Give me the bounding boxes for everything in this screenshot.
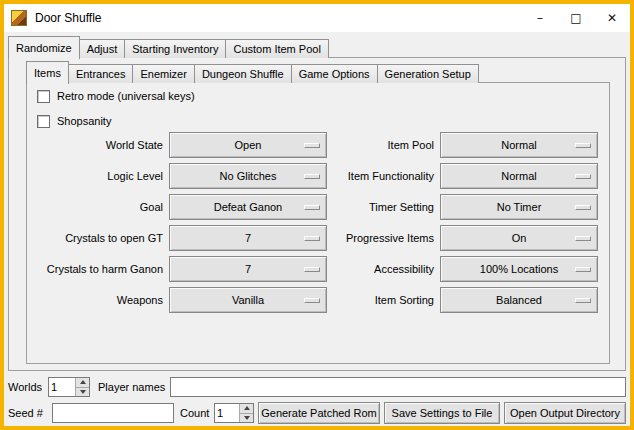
maximize-icon[interactable]: □ [558, 4, 594, 32]
generate-patched-rom-button[interactable]: Generate Patched Rom [258, 402, 380, 424]
titlebar[interactable]: Door Shuffle – □ ✕ [4, 4, 630, 32]
spin-up-icon[interactable] [76, 378, 89, 387]
tab-randomize[interactable]: Randomize [8, 36, 80, 59]
open-output-directory-button[interactable]: Open Output Directory [504, 402, 626, 424]
count-spinner[interactable] [214, 403, 254, 423]
window-title: Door Shuffle [35, 11, 102, 25]
dropdown-indicator-icon [575, 267, 591, 272]
window: Door Shuffle – □ ✕ Randomize Adjust Star… [0, 0, 634, 430]
player-names-label: Player names [98, 376, 165, 398]
weapons-value: Vanilla [232, 294, 264, 306]
dropdown-indicator-icon [575, 174, 591, 179]
item-pool-label: Item Pool [277, 132, 434, 158]
randomize-panel: Items Entrances Enemizer Dungeon Shuffle… [8, 57, 626, 371]
tab-enemizer[interactable]: Enemizer [132, 64, 194, 83]
item-functionality-value: Normal [501, 170, 536, 182]
main-tab-row: Randomize Adjust Starting Inventory Cust… [8, 35, 328, 58]
dropdown-indicator-icon [575, 205, 591, 210]
crystals-gt-value: 7 [245, 232, 251, 244]
progressive-items-value: On [512, 232, 527, 244]
worlds-input[interactable] [49, 378, 75, 396]
count-spin-buttons [239, 404, 253, 422]
timer-setting-value: No Timer [497, 201, 542, 213]
tab-entrances[interactable]: Entrances [68, 64, 134, 83]
close-icon[interactable]: ✕ [594, 4, 630, 32]
logic-level-label: Logic Level [29, 163, 163, 189]
tab-starting-inventory[interactable]: Starting Inventory [124, 39, 226, 58]
spin-up-icon[interactable] [240, 404, 253, 413]
worlds-spinner[interactable] [48, 377, 90, 397]
item-sorting-dropdown[interactable]: Balanced [440, 287, 598, 313]
sub-tab-row: Items Entrances Enemizer Dungeon Shuffle… [26, 60, 478, 83]
timer-setting-label: Timer Setting [277, 194, 434, 220]
item-functionality-label: Item Functionality [277, 163, 434, 189]
worlds-spin-buttons [75, 378, 89, 396]
weapons-label: Weapons [29, 287, 163, 313]
goal-label: Goal [29, 194, 163, 220]
item-functionality-dropdown[interactable]: Normal [440, 163, 598, 189]
tab-adjust[interactable]: Adjust [79, 39, 126, 58]
spin-down-icon[interactable] [240, 413, 253, 423]
items-panel: Retro mode (universal keys) Shopsanity W… [26, 82, 610, 364]
dropdown-indicator-icon [575, 298, 591, 303]
crystals-gt-label: Crystals to open GT [29, 225, 163, 251]
worlds-label: Worlds [8, 376, 42, 398]
tab-items[interactable]: Items [26, 61, 69, 84]
timer-setting-dropdown[interactable]: No Timer [440, 194, 598, 220]
item-sorting-label: Item Sorting [277, 287, 434, 313]
item-pool-dropdown[interactable]: Normal [440, 132, 598, 158]
shopsanity-checkbox[interactable] [37, 115, 50, 128]
retro-mode-checkbox[interactable] [37, 90, 50, 103]
goal-value: Defeat Ganon [214, 201, 283, 213]
dropdown-indicator-icon [575, 143, 591, 148]
seed-label: Seed # [8, 402, 43, 424]
count-input[interactable] [215, 404, 239, 422]
window-controls: – □ ✕ [522, 4, 630, 32]
world-state-value: Open [235, 139, 262, 151]
minimize-icon[interactable]: – [522, 4, 558, 32]
shopsanity-checkbox-row[interactable]: Shopsanity [37, 112, 111, 130]
retro-mode-checkbox-row[interactable]: Retro mode (universal keys) [37, 87, 195, 105]
accessibility-value: 100% Locations [480, 263, 558, 275]
retro-mode-label: Retro mode (universal keys) [57, 90, 195, 102]
accessibility-dropdown[interactable]: 100% Locations [440, 256, 598, 282]
dropdown-indicator-icon [575, 236, 591, 241]
count-label: Count [180, 402, 209, 424]
accessibility-label: Accessibility [277, 256, 434, 282]
progressive-items-dropdown[interactable]: On [440, 225, 598, 251]
logic-level-value: No Glitches [220, 170, 277, 182]
player-names-input[interactable] [170, 377, 626, 397]
tab-dungeon-shuffle[interactable]: Dungeon Shuffle [194, 64, 292, 83]
item-pool-value: Normal [501, 139, 536, 151]
crystals-ganon-label: Crystals to harm Ganon [29, 256, 163, 282]
tab-custom-item-pool[interactable]: Custom Item Pool [225, 39, 328, 58]
shopsanity-label: Shopsanity [57, 115, 111, 127]
save-settings-button[interactable]: Save Settings to File [384, 402, 500, 424]
crystals-ganon-value: 7 [245, 263, 251, 275]
tab-generation-setup[interactable]: Generation Setup [377, 64, 479, 83]
progressive-items-label: Progressive Items [277, 225, 434, 251]
seed-input[interactable] [52, 403, 174, 423]
spin-down-icon[interactable] [76, 387, 89, 397]
item-sorting-value: Balanced [496, 294, 542, 306]
world-state-label: World State [29, 132, 163, 158]
content: Randomize Adjust Starting Inventory Cust… [4, 32, 630, 426]
tab-game-options[interactable]: Game Options [291, 64, 378, 83]
app-icon [11, 10, 27, 26]
